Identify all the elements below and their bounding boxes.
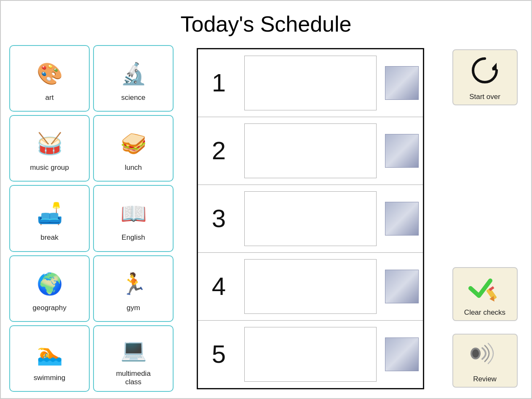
review-button[interactable]: Review [452, 334, 518, 388]
schedule-row-1: 1 [198, 49, 423, 117]
swimming-icon: 🏊 [27, 335, 73, 373]
schedule-row-5: 5 [198, 321, 423, 388]
schedule-row-3: 3 [198, 185, 423, 253]
activity-card-english[interactable]: 📖English [93, 185, 174, 252]
schedule-row-2: 2 [198, 117, 423, 185]
review-label: Review [473, 375, 497, 383]
activity-card-geography[interactable]: 🌍geography [9, 255, 90, 322]
music-group-icon: 🥁 [27, 125, 73, 163]
slot-box-3[interactable] [244, 191, 377, 246]
science-icon: 🔬 [110, 55, 157, 93]
geography-icon: 🌍 [27, 265, 73, 303]
svg-point-6 [472, 349, 479, 358]
music-group-label: music group [30, 163, 69, 172]
row-number-3: 3 [202, 204, 236, 233]
geography-label: geography [32, 304, 66, 312]
activity-card-multimedia-class[interactable]: 💻multimedia class [93, 325, 174, 392]
start-over-icon [466, 54, 504, 90]
clear-checks-icon [467, 272, 503, 306]
check-box-4[interactable] [385, 270, 419, 303]
check-box-5[interactable] [385, 337, 419, 371]
schedule-grid: 12345 [197, 48, 424, 389]
clear-checks-button[interactable]: Clear checks [452, 267, 518, 321]
svg-point-1 [477, 63, 492, 78]
slot-box-4[interactable] [244, 259, 377, 314]
break-label: break [40, 233, 59, 242]
activity-panel: 🎨art🔬science🥁music group🥪lunch🛋️break📖En… [9, 45, 174, 392]
gym-icon: 🏃 [110, 265, 157, 303]
lunch-icon: 🥪 [110, 125, 157, 163]
check-box-2[interactable] [385, 134, 419, 168]
gym-label: gym [126, 304, 140, 312]
right-panel: Start over Clear checks [447, 45, 523, 392]
clear-checks-label: Clear checks [464, 308, 505, 317]
activity-card-art[interactable]: 🎨art [9, 45, 90, 112]
multimedia-class-icon: 💻 [110, 331, 157, 369]
start-over-button[interactable]: Start over [452, 49, 518, 105]
break-icon: 🛋️ [27, 195, 73, 233]
lunch-label: lunch [125, 163, 142, 172]
activity-card-music-group[interactable]: 🥁music group [9, 115, 90, 182]
slot-box-2[interactable] [244, 123, 377, 178]
schedule-row-4: 4 [198, 253, 423, 321]
start-over-label: Start over [469, 93, 500, 101]
activity-card-gym[interactable]: 🏃gym [93, 255, 174, 322]
slot-box-1[interactable] [244, 56, 377, 110]
english-icon: 📖 [110, 195, 157, 233]
row-number-1: 1 [202, 68, 236, 97]
row-number-2: 2 [202, 136, 236, 165]
art-icon: 🎨 [27, 55, 73, 93]
center-panel: 12345 [178, 45, 443, 392]
multimedia-class-label: multimedia class [116, 370, 150, 386]
science-label: science [121, 94, 146, 102]
review-icon [467, 339, 503, 372]
activity-card-swimming[interactable]: 🏊swimming [9, 325, 90, 392]
activity-card-science[interactable]: 🔬science [93, 45, 174, 112]
slot-box-5[interactable] [244, 327, 377, 382]
swimming-label: swimming [34, 374, 66, 382]
activity-card-lunch[interactable]: 🥪lunch [93, 115, 174, 182]
check-box-1[interactable] [385, 66, 419, 100]
english-label: English [122, 233, 145, 242]
check-box-3[interactable] [385, 202, 419, 236]
art-label: art [45, 94, 54, 102]
page-title: Today's Schedule [1, 1, 531, 41]
row-number-5: 5 [202, 340, 236, 369]
row-number-4: 4 [202, 272, 236, 301]
activity-card-break[interactable]: 🛋️break [9, 185, 90, 252]
